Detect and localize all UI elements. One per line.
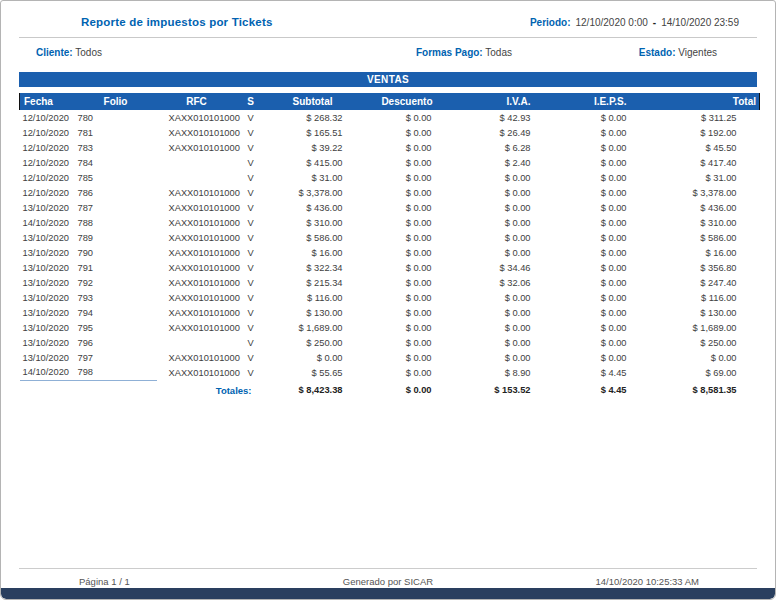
cell-rfc: XAXX010101000 bbox=[157, 365, 237, 380]
cell-rfc: XAXX010101000 bbox=[157, 230, 237, 245]
periodo-dash: - bbox=[653, 17, 656, 28]
cell-ieps: $ 0.00 bbox=[534, 275, 630, 290]
page-number: Página 1 / 1 bbox=[79, 576, 130, 587]
filters-row: Cliente: Todos Formas Pago: Todas Estado… bbox=[19, 47, 757, 61]
cell-fecha: 12/10/2020 bbox=[20, 125, 75, 140]
cell-total: $ 417.40 bbox=[630, 155, 760, 170]
cell-total: $ 192.00 bbox=[630, 125, 760, 140]
cell-s: V bbox=[237, 125, 265, 140]
cell-rfc: XAXX010101000 bbox=[157, 125, 237, 140]
column-header-total: Total bbox=[630, 93, 760, 110]
cell-folio: 798 bbox=[75, 365, 157, 380]
cell-s: V bbox=[237, 320, 265, 335]
cell-iva: $ 26.49 bbox=[437, 125, 534, 140]
column-header-subtotal: Subtotal bbox=[265, 93, 347, 110]
page-footer: Página 1 / 1 Generado por SICAR 14/10/20… bbox=[19, 568, 757, 576]
cell-s: V bbox=[237, 185, 265, 200]
totals-label: Totales: bbox=[157, 380, 265, 400]
cell-iva: $ 34.46 bbox=[437, 260, 534, 275]
column-header-iva: I.V.A. bbox=[437, 93, 534, 110]
table-row: 13/10/2020797XAXX010101000V$ 0.00$ 0.00$… bbox=[20, 350, 760, 365]
cell-folio: 781 bbox=[75, 125, 157, 140]
cell-total: $ 311.25 bbox=[630, 110, 760, 125]
cell-s: V bbox=[237, 140, 265, 155]
cell-rfc: XAXX010101000 bbox=[157, 305, 237, 320]
cell-fecha: 13/10/2020 bbox=[20, 260, 75, 275]
cell-descuento: $ 0.00 bbox=[347, 275, 437, 290]
generated-timestamp: 14/10/2020 10:25:33 AM bbox=[595, 576, 699, 587]
cell-fecha: 12/10/2020 bbox=[20, 185, 75, 200]
cell-rfc: XAXX010101000 bbox=[157, 215, 237, 230]
table-row: 12/10/2020781XAXX010101000V$ 165.51$ 0.0… bbox=[20, 125, 760, 140]
generated-by: Generado por SICAR bbox=[343, 576, 433, 587]
cell-rfc: XAXX010101000 bbox=[157, 185, 237, 200]
cell-total: $ 586.00 bbox=[630, 230, 760, 245]
cell-ieps: $ 0.00 bbox=[534, 140, 630, 155]
table-row: 13/10/2020793XAXX010101000V$ 116.00$ 0.0… bbox=[20, 290, 760, 305]
column-header-ieps: I.E.P.S. bbox=[534, 93, 630, 110]
cell-s: V bbox=[237, 215, 265, 230]
table-row: 13/10/2020789XAXX010101000V$ 586.00$ 0.0… bbox=[20, 230, 760, 245]
cell-subtotal: $ 1,689.00 bbox=[265, 320, 347, 335]
cell-total: $ 69.00 bbox=[630, 365, 760, 380]
cell-folio: 796 bbox=[75, 335, 157, 350]
cell-folio: 794 bbox=[75, 305, 157, 320]
cell-iva: $ 8.90 bbox=[437, 365, 534, 380]
cell-fecha: 12/10/2020 bbox=[20, 140, 75, 155]
cell-folio: 784 bbox=[75, 155, 157, 170]
table-row: 13/10/2020794XAXX010101000V$ 130.00$ 0.0… bbox=[20, 305, 760, 320]
cell-total: $ 45.50 bbox=[630, 140, 760, 155]
cell-fecha: 13/10/2020 bbox=[20, 245, 75, 260]
cell-descuento: $ 0.00 bbox=[347, 320, 437, 335]
cell-s: V bbox=[237, 350, 265, 365]
cell-rfc: XAXX010101000 bbox=[157, 245, 237, 260]
table-header: Fecha Folio RFC S Subtotal Descuento I.V… bbox=[20, 93, 760, 110]
cell-subtotal: $ 215.34 bbox=[265, 275, 347, 290]
estado-label: Estado: bbox=[639, 47, 676, 58]
cell-fecha: 13/10/2020 bbox=[20, 200, 75, 215]
cell-subtotal: $ 250.00 bbox=[265, 335, 347, 350]
cliente-value: Todos bbox=[75, 47, 102, 58]
column-header-rfc: RFC bbox=[157, 93, 237, 110]
table-row: 12/10/2020780XAXX010101000V$ 268.32$ 0.0… bbox=[20, 110, 760, 125]
cell-iva: $ 0.00 bbox=[437, 290, 534, 305]
totals-row: Totales: $ 8,423.38 $ 0.00 $ 153.52 $ 4.… bbox=[20, 380, 760, 400]
cell-subtotal: $ 116.00 bbox=[265, 290, 347, 305]
table-row: 12/10/2020786XAXX010101000V$ 3,378.00$ 0… bbox=[20, 185, 760, 200]
cliente-label: Cliente: bbox=[36, 47, 73, 58]
cell-iva: $ 32.06 bbox=[437, 275, 534, 290]
cell-iva: $ 0.00 bbox=[437, 185, 534, 200]
page-title: Reporte de impuestos por Tickets bbox=[81, 16, 273, 28]
cell-descuento: $ 0.00 bbox=[347, 215, 437, 230]
cell-total: $ 116.00 bbox=[630, 290, 760, 305]
cell-s: V bbox=[237, 230, 265, 245]
cell-ieps: $ 0.00 bbox=[534, 155, 630, 170]
cell-folio: 780 bbox=[75, 110, 157, 125]
cell-subtotal: $ 586.00 bbox=[265, 230, 347, 245]
cell-total: $ 130.00 bbox=[630, 305, 760, 320]
cell-fecha: 13/10/2020 bbox=[20, 230, 75, 245]
column-header-descuento: Descuento bbox=[347, 93, 437, 110]
cell-iva: $ 2.40 bbox=[437, 155, 534, 170]
cell-ieps: $ 0.00 bbox=[534, 125, 630, 140]
cell-folio: 786 bbox=[75, 185, 157, 200]
cell-total: $ 310.00 bbox=[630, 215, 760, 230]
cell-iva: $ 6.28 bbox=[437, 140, 534, 155]
formas-pago-label: Formas Pago: bbox=[416, 47, 483, 58]
cell-s: V bbox=[237, 170, 265, 185]
cell-s: V bbox=[237, 365, 265, 380]
cell-folio: 787 bbox=[75, 200, 157, 215]
table-row: 14/10/2020798XAXX010101000V$ 55.65$ 0.00… bbox=[20, 365, 760, 380]
cell-total: $ 3,378.00 bbox=[630, 185, 760, 200]
totals-total: $ 8,581.35 bbox=[630, 380, 760, 400]
cell-fecha: 13/10/2020 bbox=[20, 335, 75, 350]
window-bottom-bar bbox=[1, 588, 775, 599]
cell-folio: 790 bbox=[75, 245, 157, 260]
table-row: 13/10/2020791XAXX010101000V$ 322.34$ 0.0… bbox=[20, 260, 760, 275]
cell-s: V bbox=[237, 335, 265, 350]
cell-rfc bbox=[157, 335, 237, 350]
cell-total: $ 247.40 bbox=[630, 275, 760, 290]
cell-total: $ 31.00 bbox=[630, 170, 760, 185]
cell-descuento: $ 0.00 bbox=[347, 185, 437, 200]
header-divider bbox=[19, 37, 757, 38]
